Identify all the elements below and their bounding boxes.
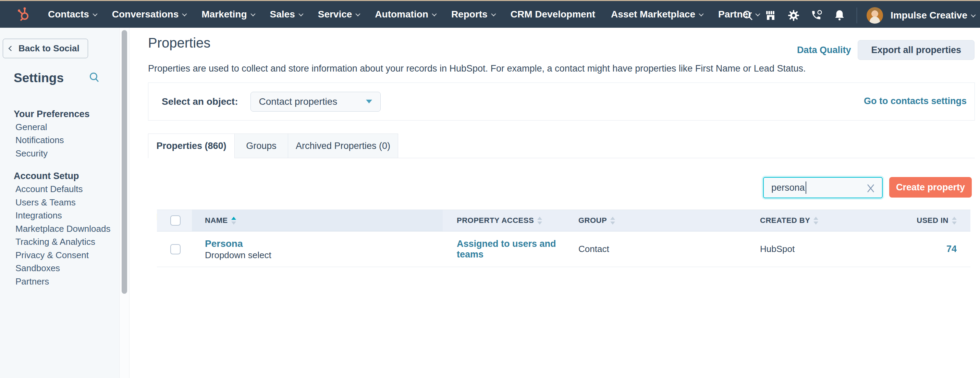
sort-arrows-icon: [813, 217, 818, 225]
sidebar-item-security[interactable]: Security: [14, 147, 116, 160]
settings-search-icon[interactable]: [89, 72, 99, 84]
chevron-down-icon: [699, 12, 703, 16]
nav-item-automation[interactable]: Automation: [375, 9, 436, 20]
object-select-value: Contact properties: [259, 96, 337, 107]
row-used-in-cell: 74: [915, 232, 970, 267]
nav-item-conversations[interactable]: Conversations: [112, 9, 186, 20]
chevron-down-icon: [182, 12, 187, 16]
hubspot-settings-properties-screen: Contacts Conversations Marketing Sales S…: [0, 0, 980, 378]
column-label: CREATED BY: [760, 216, 810, 225]
chevron-down-icon: [92, 12, 97, 16]
column-label: NAME: [205, 216, 228, 225]
search-properties-input[interactable]: persona: [763, 177, 883, 198]
nav-item-service[interactable]: Service: [318, 9, 360, 20]
nav-item-label: Asset Marketplace: [611, 9, 695, 20]
column-label: USED IN: [916, 216, 948, 225]
chevron-down-icon: [432, 12, 436, 16]
nav-item-label: Service: [318, 9, 352, 20]
search-icon[interactable]: [742, 10, 754, 21]
sidebar-item-marketplace-downloads[interactable]: Marketplace Downloads: [14, 222, 116, 235]
clear-search-icon[interactable]: [866, 183, 875, 195]
navbar-right: Impulse Creative: [730, 2, 975, 29]
account-name: Impulse Creative: [891, 10, 967, 21]
sidebar-scrollbar-track[interactable]: [119, 28, 129, 378]
navbar-left: Contacts Conversations Marketing Sales S…: [0, 7, 775, 22]
avatar[interactable]: [867, 7, 883, 24]
column-header-created-by[interactable]: CREATED BY: [751, 210, 915, 231]
sort-arrows-icon: [610, 217, 615, 225]
select-all-checkbox-cell: [157, 210, 192, 231]
properties-table: NAME PROPERTY ACCESS GROUP CREATED BY US…: [157, 210, 970, 267]
settings-nav: Your Preferences General Notifications S…: [14, 108, 116, 288]
search-input-value: persona: [771, 183, 805, 193]
property-group: Contact: [578, 244, 609, 254]
tab-properties[interactable]: Properties (860): [148, 133, 235, 158]
sort-arrows-icon: [231, 217, 236, 225]
export-all-properties-button[interactable]: Export all properties: [858, 40, 975, 60]
sidebar-item-users-teams[interactable]: Users & Teams: [14, 196, 116, 209]
nav-item-label: Conversations: [112, 9, 179, 20]
sidebar-item-tracking-analytics[interactable]: Tracking & Analytics: [14, 235, 116, 249]
row-property-access-cell: Assigned to users and teams: [443, 232, 569, 267]
nav-item-contacts[interactable]: Contacts: [48, 9, 96, 20]
sidebar-item-notifications[interactable]: Notifications: [14, 134, 116, 147]
object-select-dropdown[interactable]: Contact properties: [250, 92, 381, 112]
column-header-group[interactable]: GROUP: [569, 210, 751, 231]
tab-groups[interactable]: Groups: [234, 133, 288, 158]
page-title: Properties: [148, 35, 210, 51]
table-row: Persona Dropdown select Assigned to user…: [157, 232, 970, 267]
column-label: GROUP: [578, 216, 607, 225]
nav-item-label: Contacts: [48, 9, 89, 20]
data-quality-link[interactable]: Data Quality: [797, 45, 851, 56]
nav-item-label: Marketing: [202, 9, 247, 20]
nav-item-marketing[interactable]: Marketing: [202, 9, 254, 20]
page-description: Properties are used to collect and store…: [148, 64, 806, 74]
settings-sidebar: Back to Social Settings Your Preferences…: [0, 28, 119, 378]
nav-item-reports[interactable]: Reports: [451, 9, 495, 20]
account-menu[interactable]: Impulse Creative: [891, 10, 975, 21]
chevron-down-icon: [299, 12, 303, 16]
back-button-label: Back to Social: [19, 43, 80, 54]
column-header-used-in[interactable]: USED IN: [915, 210, 970, 231]
sidebar-item-partners[interactable]: Partners: [14, 275, 116, 288]
main-content: Properties Data Quality Export all prope…: [129, 28, 980, 378]
dropdown-caret-icon: [366, 100, 372, 103]
nav-item-asset-marketplace[interactable]: Asset Marketplace: [611, 9, 702, 20]
settings-icon[interactable]: [788, 10, 799, 21]
back-to-social-button[interactable]: Back to Social: [3, 39, 88, 58]
sidebar-item-integrations[interactable]: Integrations: [14, 209, 116, 222]
nav-item-sales[interactable]: Sales: [270, 9, 302, 20]
property-name-link[interactable]: Persona: [205, 238, 271, 249]
column-label: PROPERTY ACCESS: [457, 216, 534, 225]
select-object-label: Select an object:: [162, 96, 238, 107]
create-property-button[interactable]: Create property: [889, 177, 972, 198]
chevron-down-icon: [356, 12, 361, 16]
sidebar-item-privacy-consent[interactable]: Privacy & Consent: [14, 249, 116, 262]
notifications-icon[interactable]: [834, 10, 845, 21]
property-access-link[interactable]: Assigned to users and teams: [457, 239, 569, 260]
tab-archived-properties[interactable]: Archived Properties (0): [288, 133, 398, 158]
row-name-cell: Persona Dropdown select: [192, 232, 443, 267]
nav-item-label: Sales: [270, 9, 295, 20]
row-checkbox[interactable]: [170, 244, 181, 254]
nav-item-label: Reports: [451, 9, 488, 20]
column-header-name[interactable]: NAME: [192, 210, 443, 231]
select-all-checkbox[interactable]: [170, 215, 181, 226]
calling-icon[interactable]: [811, 10, 822, 21]
property-used-in-link[interactable]: 74: [947, 244, 957, 254]
header-actions: Data Quality Export all properties: [797, 40, 975, 60]
row-checkbox-cell: [157, 232, 192, 267]
sidebar-item-general[interactable]: General: [14, 121, 116, 134]
go-to-contacts-settings-link[interactable]: Go to contacts settings: [864, 96, 967, 106]
sidebar-item-account-defaults[interactable]: Account Defaults: [14, 183, 116, 196]
row-created-by-cell: HubSpot: [751, 232, 915, 267]
marketplace-icon[interactable]: [765, 10, 776, 21]
hubspot-sprocket-logo-icon[interactable]: [17, 7, 31, 22]
chevron-down-icon: [491, 12, 496, 16]
sidebar-item-sandboxes[interactable]: Sandboxes: [14, 262, 116, 275]
table-header-row: NAME PROPERTY ACCESS GROUP CREATED BY US…: [157, 210, 970, 232]
sidebar-scrollbar-thumb[interactable]: [122, 30, 127, 294]
select-object-panel: Select an object: Contact properties Go …: [148, 83, 975, 121]
nav-item-crm-development[interactable]: CRM Development: [511, 9, 595, 20]
column-header-property-access[interactable]: PROPERTY ACCESS: [443, 210, 569, 231]
